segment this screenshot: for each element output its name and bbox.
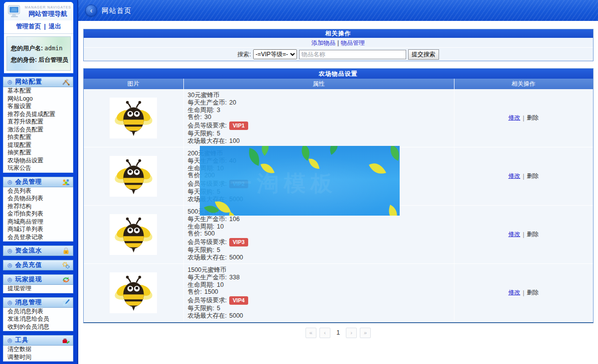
sidebar-section-header[interactable]: ◎ 网站配置 (3, 77, 73, 87)
sidebar-item[interactable]: 基本配置 (3, 87, 73, 95)
item-actions-cell: 修改 | 删除 (454, 89, 593, 147)
bullet-icon: ◎ (7, 79, 12, 85)
sidebar-item[interactable]: 农场物品设置 (3, 157, 73, 165)
logo: MANAGER NAVIGATES 网站管理导航 (4, 2, 73, 20)
sidebar-section-title: 会员管理 (15, 178, 62, 186)
utils-icon (62, 336, 70, 345)
vip-level-select[interactable]: -=VIP等级=- (253, 49, 297, 59)
farm-items-title: 农场物品设置 (84, 69, 593, 79)
bullet-icon: ◎ (7, 299, 12, 306)
item-image-cell (84, 147, 183, 205)
page-next-button[interactable]: › (346, 328, 357, 338)
sidebar-section-header[interactable]: ◎ 会员管理 (3, 177, 73, 187)
watermark-text: 一淘模板 (230, 169, 337, 198)
sidebar-item[interactable]: 会员登录记录 (3, 234, 73, 242)
column-image: 图片 (84, 79, 183, 89)
sidebar-item[interactable]: 抽奖配置 (3, 149, 73, 157)
topbar: ‹ 网站首页 (78, 0, 598, 21)
sidebar-item[interactable]: 激活会员配置 (3, 126, 73, 134)
item-attribute: 售价:30 (188, 114, 454, 121)
page-last-button[interactable]: » (360, 328, 371, 338)
item-image (110, 156, 157, 197)
bullet-icon: ◎ (7, 179, 12, 185)
sidebar-item[interactable]: 提现配置 (3, 141, 73, 149)
add-item-link[interactable]: 添加物品 (311, 39, 335, 46)
item-attribute: 每天生产金币:106 (188, 216, 454, 223)
delete-link[interactable]: 删除 (527, 114, 539, 122)
admin-home-link[interactable]: 管理首页 (16, 23, 41, 30)
sidebar-item[interactable]: 推荐会员提成配置 (3, 111, 73, 119)
role-value: 后台管理员 (38, 56, 68, 63)
bee-icon (112, 216, 155, 253)
sidebar-item[interactable]: 清空数据 (3, 346, 73, 354)
sidebar-item[interactable]: 会员消息列表 (3, 308, 73, 316)
sidebar-item[interactable]: 会员列表 (3, 187, 73, 195)
sidebar-section-header[interactable]: ◎ 资金流水 (3, 245, 73, 256)
sidebar-item[interactable]: 收到的会员消息 (3, 323, 73, 331)
item-actions-cell: 修改 | 删除 (454, 206, 593, 263)
sidebar-item[interactable]: 直荐升级配置 (3, 118, 73, 126)
tools-icon (62, 78, 70, 86)
item-name: 1500元蜜蜂币 (188, 266, 454, 274)
sidebar-item[interactable]: 发送消息给会员 (3, 315, 73, 323)
item-attribute: 会员等级要求:VIP4 (188, 296, 454, 305)
sidebar-item[interactable]: 网站Logo (3, 95, 73, 103)
sidebar-item[interactable]: 推荐结构 (3, 203, 73, 211)
table-column-header: 图片 属性 相关操作 (84, 79, 593, 89)
current-page: 1 (336, 329, 340, 336)
search-input[interactable] (299, 50, 406, 59)
column-attributes: 属性 (183, 79, 454, 89)
vip-badge: VIP3 (229, 238, 248, 246)
item-manage-link[interactable]: 物品管理 (341, 39, 365, 46)
page-prev-button[interactable]: ‹ (319, 328, 330, 338)
sidebar-item[interactable]: 玩家公告 (3, 164, 73, 172)
bullet-icon: ◎ (7, 337, 12, 344)
sidebar-section-header[interactable]: ◎ 玩家提现 (3, 274, 73, 285)
sidebar-item[interactable]: 商城订单列表 (3, 226, 73, 234)
edit-link[interactable]: 修改 (508, 172, 520, 180)
delete-link[interactable]: 删除 (527, 288, 539, 297)
item-name: 30元蜜蜂币 (188, 92, 454, 99)
search-submit-button[interactable]: 提交搜索 (408, 49, 439, 60)
related-operations-panel: 相关操作 添加物品|物品管理 搜索: -=VIP等级=- 提交搜索 (83, 29, 594, 61)
bullet-icon: ◎ (7, 262, 12, 268)
sidebar-item[interactable]: 提现管理 (3, 285, 73, 293)
item-attribute: 生命周期:10 (188, 281, 454, 289)
sidebar-section-header[interactable]: ◎ 工具 (3, 335, 73, 346)
item-attribute: 生命周期:3 (188, 107, 454, 114)
sidebar: MANAGER NAVIGATES 网站管理导航 管理首页|退出 您的用户名: … (0, 0, 78, 364)
back-button[interactable]: ‹ (85, 4, 97, 16)
edit-link[interactable]: 修改 (508, 288, 520, 297)
logout-link[interactable]: 退出 (49, 23, 61, 30)
item-image-cell (84, 206, 183, 263)
sidebar-item[interactable]: 金币拍卖列表 (3, 210, 73, 218)
item-attribute: 农场最大存在:5000 (188, 254, 454, 261)
delete-link[interactable]: 删除 (527, 172, 539, 180)
brand-small: MANAGER NAVIGATES (25, 5, 71, 9)
item-attribute: 每天限购:5 (188, 130, 454, 137)
sidebar-item[interactable]: 调整时间 (3, 354, 73, 362)
item-attribute: 生命周期:10 (188, 223, 454, 231)
sidebar-section-title: 玩家提现 (15, 275, 62, 284)
sidebar-section-header[interactable]: ◎ 会员充值 (3, 260, 73, 270)
sidebar-section-title: 消息管理 (15, 298, 62, 307)
bee-icon (112, 99, 155, 137)
sidebar-item[interactable]: 商城商品管理 (3, 218, 73, 226)
item-attribute: 售价:1500 (188, 288, 454, 296)
sidebar-item[interactable]: 会员物品列表 (3, 195, 73, 203)
edit-link[interactable]: 修改 (508, 230, 520, 239)
sidebar-section-title: 工具 (15, 336, 62, 345)
page-first-button[interactable]: « (305, 328, 316, 338)
bee-icon (112, 274, 155, 312)
bullet-icon: ◎ (7, 247, 12, 254)
table-row: 1500元蜜蜂币 每天生产金币:338生命周期:10售价:1500会员等级要求:… (84, 264, 593, 322)
actions-separator: | (523, 289, 524, 296)
delete-link[interactable]: 删除 (527, 230, 539, 239)
sidebar-item[interactable]: 拍卖配置 (3, 133, 73, 141)
sidebar-section-header[interactable]: ◎ 消息管理 (3, 297, 73, 308)
item-attribute: 农场最大存在:100 (188, 137, 454, 145)
sidebar-item[interactable]: 客服设置 (3, 103, 73, 111)
username-value: admin (44, 45, 62, 52)
edit-link[interactable]: 修改 (508, 114, 520, 122)
column-actions: 相关操作 (454, 79, 593, 89)
